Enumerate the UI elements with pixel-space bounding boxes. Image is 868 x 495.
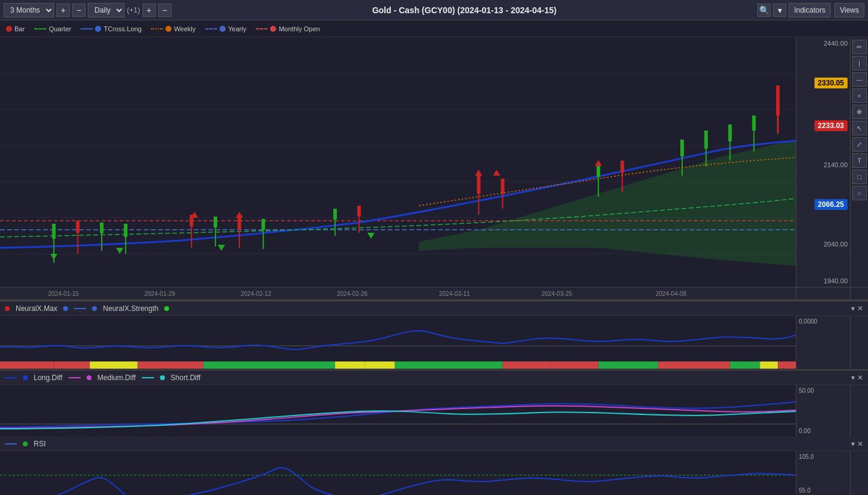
svg-rect-45 [621,161,624,173]
weekly-dot [165,26,171,32]
weekly-icon [151,28,163,29]
date-2024-01-29: 2024-01-29 [144,291,175,297]
period-sub-btn[interactable]: − [72,4,85,17]
rsi-panel-body: 105.0 55.0 5.0 [0,451,868,495]
monthly-label: Monthly Open [279,25,319,32]
search-dropdown-btn[interactable]: ▾ [773,4,786,17]
indicators-btn[interactable]: Indicators [789,3,831,17]
date-2024-03-25: 2024-03-25 [541,291,572,297]
svg-rect-62 [138,361,203,369]
diff-svg [0,385,796,437]
text-tool-btn[interactable]: T [852,153,867,168]
neural-right-spacer [850,316,868,370]
main-chart-svg [0,37,796,287]
svg-rect-63 [203,361,335,369]
legend-quarter-item: Quarter [34,25,71,32]
hline-tool-btn[interactable]: — [852,72,867,87]
views-btn[interactable]: Views [834,3,864,17]
timeframe-select[interactable]: Daily [88,3,125,17]
short-diff-line [142,377,154,378]
right-tools-panel: ✏ | — + ✥ ↖ ⤢ T □ ○ [850,37,868,287]
extra-label: (+1) [127,6,140,14]
neuralx-strength-line [74,308,86,309]
svg-rect-61 [90,361,138,369]
med-diff-label: Medium.Diff [97,374,136,382]
extra-add-btn[interactable]: + [143,4,156,17]
med-diff-line [69,377,81,378]
svg-rect-11 [52,224,56,239]
diff-right-spacer [850,385,868,437]
diff-panel-body: 50.00 0.00 [0,385,868,437]
date-2024-02-12: 2024-02-12 [241,291,271,297]
period-select[interactable]: 3 Months [4,3,54,17]
move-tool-btn[interactable]: ✥ [852,105,867,119]
long-diff-label: Long.Diff [34,374,63,382]
quarter-label: Quarter [49,25,71,32]
diff-y-top: 50.00 [799,387,848,394]
neural-close-btn[interactable]: ✕ [857,304,863,313]
svg-rect-72 [730,361,760,369]
rsi-axis: 105.0 55.0 5.0 [796,451,850,495]
rsi-collapse-btn[interactable]: ▾ [851,440,855,448]
neuralx-max-icon [5,306,10,311]
svg-rect-59 [0,361,54,369]
svg-rect-56 [776,85,780,115]
main-chart-area: 2440.00 2330.05 2233.03 2140.00 2066.25 … [0,37,868,287]
bar-label: Bar [14,25,25,32]
yearly-icon [205,28,217,29]
rect-tool-btn[interactable]: □ [852,170,867,184]
diff-panel-controls: ▾ ✕ [851,374,863,382]
rsi-close-btn[interactable]: ✕ [857,440,863,448]
neural-panel-body: 0.0000 [0,316,868,370]
vline-tool-btn[interactable]: | [852,56,867,70]
svg-rect-25 [238,218,241,230]
quarter-icon [34,28,46,29]
price-2140: 2140.00 [796,161,850,168]
yearly-dot [220,26,226,32]
extra-sub-btn[interactable]: − [158,4,171,17]
scale-tool-btn[interactable]: ⤢ [852,137,867,152]
search-btn[interactable]: 🔍 [757,4,771,17]
rsi-y-top: 105.0 [799,453,848,460]
main-chart-canvas[interactable] [0,37,796,287]
yearly-label: Yearly [228,25,246,32]
period-add-btn[interactable]: + [57,4,70,17]
svg-rect-68 [550,361,599,369]
rsi-dot [23,441,28,446]
weekly-label: Weekly [174,25,195,32]
neural-panel-controls: ▾ ✕ [851,304,863,313]
plus-tool-btn[interactable]: + [852,88,867,103]
short-diff-dot [160,375,165,380]
svg-rect-17 [124,224,128,237]
draw-tool-btn[interactable]: ✏ [852,40,867,54]
tcross-icon [81,28,93,29]
rsi-y-mid: 55.0 [799,487,848,494]
svg-rect-27 [262,219,265,230]
legend-weekly-item: Weekly [151,25,195,32]
svg-rect-34 [357,206,361,217]
svg-rect-32 [333,209,337,220]
neural-axis: 0.0000 [796,316,850,370]
long-diff-dot [23,375,28,380]
svg-rect-13 [76,221,79,233]
svg-rect-66 [395,361,503,369]
price-2440: 2440.00 [796,40,850,47]
rsi-panel-header: RSI ▾ ✕ [0,437,868,451]
rsi-svg [0,451,796,495]
chart-title: Gold - Cash (GCY00) (2024-01-13 - 2024-0… [174,5,755,15]
diff-axis: 50.00 0.00 [796,385,850,437]
neuralx-s2-dot [164,306,169,311]
med-diff-dot [87,375,91,380]
date-2024-03-11: 2024-03-11 [439,291,470,297]
svg-rect-64 [335,361,365,369]
diff-close-btn[interactable]: ✕ [857,374,863,382]
circle-tool-btn[interactable]: ○ [852,186,867,200]
rsi-right-spacer [850,451,868,495]
select-tool-btn[interactable]: ↖ [852,121,867,135]
tcross-label: TCross.Long [103,25,141,32]
date-axis: 2024-01-15 2024-01-29 2024-02-12 2024-02… [0,287,868,300]
legend-yearly-item: Yearly [205,25,246,32]
diff-collapse-btn[interactable]: ▾ [851,374,855,382]
neural-collapse-btn[interactable]: ▾ [851,304,855,313]
short-diff-label: Short.Diff [171,374,201,382]
